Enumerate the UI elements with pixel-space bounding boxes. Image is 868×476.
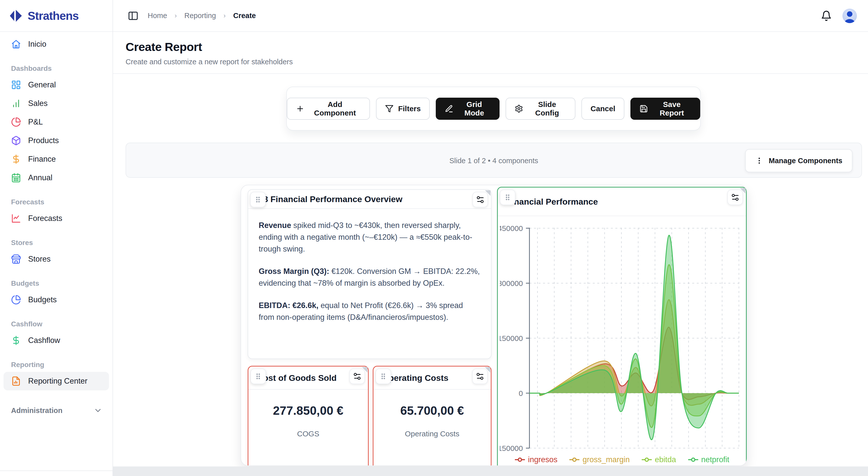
- legend-item-ingresos[interactable]: ingresos: [515, 455, 557, 464]
- save-icon: [640, 104, 648, 113]
- add-component-label: Add Component: [309, 100, 361, 117]
- breadcrumb-home[interactable]: Home: [148, 11, 167, 20]
- layout-grid-icon: [11, 80, 21, 90]
- cancel-button[interactable]: Cancel: [582, 98, 624, 120]
- sidebar-item-budgets[interactable]: Budgets: [3, 290, 109, 309]
- sidebar-item-label: Inicio: [28, 40, 46, 49]
- component-settings-button[interactable]: [349, 369, 365, 384]
- main-area: Home › Reporting › Create Create Report …: [113, 0, 868, 476]
- cancel-label: Cancel: [590, 104, 615, 113]
- report-canvas: Q3 Financial Performance Overview Revenu…: [241, 185, 747, 466]
- drag-handle[interactable]: [250, 192, 266, 208]
- manage-components-button[interactable]: Manage Components: [745, 149, 852, 172]
- kpi-label: COGS: [248, 430, 368, 438]
- sidebar-item-label: P&L: [28, 118, 43, 127]
- sidebar-item-label: Annual: [28, 173, 53, 182]
- save-report-label: Save Report: [652, 100, 691, 117]
- component-kpi-cogs[interactable]: Cost of Goods Sold 277.850,00 € COGS: [248, 366, 369, 466]
- sidebar-toggle-button[interactable]: [128, 10, 138, 21]
- sidebar-item-reporting-center[interactable]: Reporting Center: [3, 372, 109, 390]
- store-icon: [11, 254, 21, 264]
- gear-icon: [515, 104, 523, 113]
- filters-button[interactable]: Filters: [376, 98, 430, 120]
- sidebar-item-annual[interactable]: Annual: [3, 168, 109, 187]
- component-title: Operating Costs: [382, 373, 448, 383]
- sidebar-item-finance[interactable]: Finance: [3, 150, 109, 168]
- sidebar-item-stores[interactable]: Stores: [3, 250, 109, 268]
- component-header: Financial Performance: [498, 188, 746, 216]
- dollar-icon: [11, 336, 21, 345]
- admin-label: Administration: [11, 407, 63, 415]
- kebab-menu-icon: [755, 157, 763, 165]
- component-settings-button[interactable]: [727, 190, 743, 205]
- component-financial-chart[interactable]: Financial Performance 450000300000150000…: [497, 187, 747, 466]
- bar-chart-icon: [11, 98, 21, 108]
- component-settings-button[interactable]: [472, 369, 488, 384]
- sidebar-item-forecasts[interactable]: Forecasts: [3, 209, 109, 228]
- sidebar-item-sales[interactable]: Sales: [3, 94, 109, 113]
- sidebar-section-dashboards: Dashboards: [11, 65, 109, 72]
- sidebar-item-cashflow[interactable]: Cashflow: [3, 331, 109, 350]
- slide-status-bar: Slide 1 of 2 • 4 components Manage Compo…: [126, 142, 862, 178]
- sidebar-section-budgets: Budgets: [11, 279, 109, 287]
- grid-mode-label: Grid Mode: [458, 100, 491, 117]
- component-text-panel[interactable]: Q3 Financial Performance Overview Revenu…: [248, 189, 492, 359]
- drag-handle[interactable]: [250, 369, 266, 384]
- sidebar-item-pl[interactable]: P&L: [3, 113, 109, 131]
- sidebar-item-label: Stores: [28, 255, 51, 264]
- drag-handle[interactable]: [375, 369, 391, 384]
- legend-item-ebitda[interactable]: ebitda: [641, 455, 676, 464]
- sidebar-item-label: General: [28, 80, 56, 89]
- brand-logo[interactable]: Strathens: [0, 0, 113, 32]
- notifications-button[interactable]: [821, 10, 832, 21]
- dollar-icon: [11, 154, 21, 164]
- axis-tick-label: 450000: [500, 224, 523, 232]
- calendar-icon: [11, 173, 21, 183]
- breadcrumb-separator: ›: [223, 12, 226, 20]
- cube-icon: [11, 135, 21, 146]
- financial-performance-chart: 4500003000001500000-150000: [500, 223, 743, 451]
- panel-left-icon: [128, 10, 138, 21]
- topbar-actions: [821, 8, 857, 23]
- add-component-button[interactable]: Add Component: [287, 98, 370, 120]
- sidebar-item-products[interactable]: Products: [3, 131, 109, 150]
- sidebar-section-cashflow: Cashflow: [11, 320, 109, 328]
- breadcrumb-reporting[interactable]: Reporting: [184, 11, 216, 20]
- save-report-button[interactable]: Save Report: [630, 98, 700, 120]
- page-title: Create Report: [126, 40, 868, 54]
- component-title: Financial Performance: [506, 197, 598, 207]
- sidebar-section-forecasts: Forecasts: [11, 198, 109, 206]
- legend-marker-icon: [688, 457, 699, 463]
- breadcrumb-separator: ›: [175, 12, 177, 20]
- breadcrumb: Home › Reporting › Create: [148, 11, 256, 20]
- breadcrumb-current: Create: [233, 11, 256, 20]
- home-icon: [11, 39, 21, 49]
- slide-config-label: Slide Config: [528, 100, 566, 117]
- user-avatar[interactable]: [842, 8, 857, 23]
- kpi-value: 65.700,00 €: [373, 404, 491, 417]
- slide-config-button[interactable]: Slide Config: [505, 98, 576, 120]
- component-header: Q3 Financial Performance Overview: [248, 190, 491, 209]
- legend-marker-icon: [569, 457, 580, 463]
- axis-tick-label: -150000: [500, 444, 523, 451]
- sidebar-section-administration[interactable]: Administration: [3, 403, 109, 418]
- pie-chart-icon: [11, 295, 21, 305]
- legend-marker-icon: [641, 457, 652, 463]
- brand-diamond-icon: [9, 9, 22, 22]
- drag-handle[interactable]: [500, 190, 516, 205]
- sidebar-item-label: Sales: [28, 99, 48, 108]
- filters-label: Filters: [398, 104, 421, 113]
- pie-chart-icon: [11, 117, 21, 127]
- legend-item-netprofit[interactable]: netprofit: [688, 455, 730, 464]
- grid-mode-button[interactable]: Grid Mode: [436, 98, 500, 120]
- line-chart-icon: [11, 213, 21, 223]
- legend-label: netprofit: [701, 455, 730, 464]
- sidebar-item-general[interactable]: General: [3, 75, 109, 94]
- sidebar-item-inicio[interactable]: Inicio: [3, 35, 109, 54]
- component-kpi-operating-costs[interactable]: Operating Costs 65.700,00 € Operating Co…: [373, 366, 492, 466]
- legend-label: ebitda: [655, 455, 676, 464]
- page-header: Create Report Create and customize a new…: [113, 32, 868, 74]
- legend-item-gross_margin[interactable]: gross_margin: [569, 455, 630, 464]
- component-settings-button[interactable]: [472, 192, 488, 208]
- topbar: Home › Reporting › Create: [113, 0, 868, 32]
